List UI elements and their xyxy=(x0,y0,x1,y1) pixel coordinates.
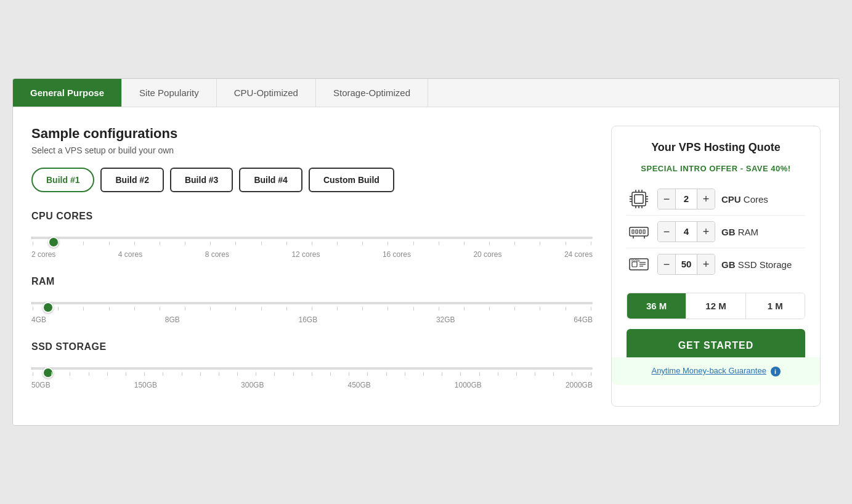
ram-increment[interactable]: + xyxy=(697,222,715,242)
svg-rect-16 xyxy=(636,230,638,234)
ssd-increment[interactable]: + xyxy=(697,254,715,274)
cpu-cores-section: CPU CORES 2 cores 4 cores 8 core xyxy=(31,211,593,259)
main-container: General Purpose Site Popularity CPU-Opti… xyxy=(12,78,840,426)
ram-label: RAM xyxy=(31,276,593,287)
tab-cpu-optimized[interactable]: CPU-Optimized xyxy=(217,79,316,107)
svg-rect-18 xyxy=(643,230,645,234)
quote-title: Your VPS Hosting Quote xyxy=(627,141,805,154)
money-back-link[interactable]: Anytime Money-back Guarantee xyxy=(651,366,766,375)
cpu-resource-row: − 2 + CPU Cores xyxy=(627,183,805,216)
cpu-counter: − 2 + xyxy=(657,189,715,209)
cpu-cores-label: CPU CORES xyxy=(31,211,593,222)
ssd-decrement[interactable]: − xyxy=(658,254,675,274)
resources-section: − 2 + CPU Cores xyxy=(627,183,805,280)
svg-rect-17 xyxy=(639,230,641,234)
ssd-ticks: 50GB 150GB 300GB 450GB 1000GB 2000GB xyxy=(31,381,593,389)
special-offer-text: SPECIAL INTRO OFFER - SAVE 40%! xyxy=(627,164,805,173)
build-btn-4[interactable]: Build #4 xyxy=(239,168,302,192)
ssd-slider[interactable] xyxy=(31,367,593,370)
cpu-value: 2 xyxy=(675,189,697,209)
quote-panel: Your VPS Hosting Quote SPECIAL INTRO OFF… xyxy=(611,126,821,407)
ssd-icon: NVMe xyxy=(627,253,651,275)
ram-icon xyxy=(627,221,651,243)
tab-site-popularity[interactable]: Site Popularity xyxy=(122,79,217,107)
build-buttons-group: Build #1 Build #2 Build #3 Build #4 Cust… xyxy=(31,168,593,192)
ssd-section: SSD STORAGE 50GB xyxy=(31,341,593,389)
cpu-cores-slider-container xyxy=(31,230,593,245)
ssd-counter: − 50 + xyxy=(657,254,715,275)
money-back-section: Anytime Money-back Guarantee i xyxy=(612,357,820,385)
tab-storage-optimized[interactable]: Storage-Optimized xyxy=(316,79,428,107)
ssd-slider-container xyxy=(31,361,593,376)
term-12m[interactable]: 12 M xyxy=(686,293,745,319)
tab-general-purpose[interactable]: General Purpose xyxy=(13,79,122,107)
cpu-decrement[interactable]: − xyxy=(658,189,675,209)
ssd-tick-marks xyxy=(31,372,593,376)
ssd-value: 50 xyxy=(675,254,697,274)
money-back-info-icon[interactable]: i xyxy=(771,367,781,376)
build-btn-3[interactable]: Build #3 xyxy=(170,168,233,192)
ram-slider[interactable] xyxy=(31,302,593,304)
term-36m[interactable]: 36 M xyxy=(627,293,686,319)
ram-resource-row: − 4 + GB RAM xyxy=(627,216,805,248)
left-panel: Sample configurations Select a VPS setup… xyxy=(31,126,593,407)
ram-ticks: 4GB 8GB 16GB 32GB 64GB xyxy=(31,315,593,324)
tab-bar: General Purpose Site Popularity CPU-Opti… xyxy=(13,79,839,107)
ram-decrement[interactable]: − xyxy=(658,222,675,242)
ram-counter: − 4 + xyxy=(657,221,715,242)
section-title: Sample configurations xyxy=(31,126,593,142)
build-btn-custom[interactable]: Custom Build xyxy=(309,168,394,192)
cpu-resource-name: CPU Cores xyxy=(721,194,768,205)
cpu-icon xyxy=(627,188,651,210)
ram-slider-container xyxy=(31,296,593,311)
svg-rect-1 xyxy=(635,195,643,203)
svg-rect-22 xyxy=(632,262,637,267)
ram-resource-name: GB RAM xyxy=(721,227,758,237)
ram-section: RAM 4GB 8GB 16GB 32GB xyxy=(31,276,593,324)
cpu-ticks: 2 cores 4 cores 8 cores 12 cores 16 core… xyxy=(31,250,593,259)
section-subtitle: Select a VPS setup or build your own xyxy=(31,145,593,155)
main-content: Sample configurations Select a VPS setup… xyxy=(13,107,839,425)
ram-value: 4 xyxy=(675,222,697,242)
ssd-label: SSD STORAGE xyxy=(31,341,593,352)
cpu-increment[interactable]: + xyxy=(697,189,715,209)
ram-tick-marks xyxy=(31,307,593,311)
term-buttons-group: 36 M 12 M 1 M xyxy=(627,293,805,319)
cpu-cores-slider[interactable] xyxy=(31,237,593,239)
cpu-tick-marks xyxy=(31,242,593,245)
build-btn-1[interactable]: Build #1 xyxy=(31,168,94,192)
ssd-resource-row: NVMe − 50 + GB SSD Storage xyxy=(627,248,805,280)
build-btn-2[interactable]: Build #2 xyxy=(100,168,163,192)
svg-text:NVMe: NVMe xyxy=(631,259,640,262)
ssd-resource-name: GB SSD Storage xyxy=(721,259,792,270)
term-1m[interactable]: 1 M xyxy=(746,293,805,319)
svg-rect-15 xyxy=(632,230,634,234)
